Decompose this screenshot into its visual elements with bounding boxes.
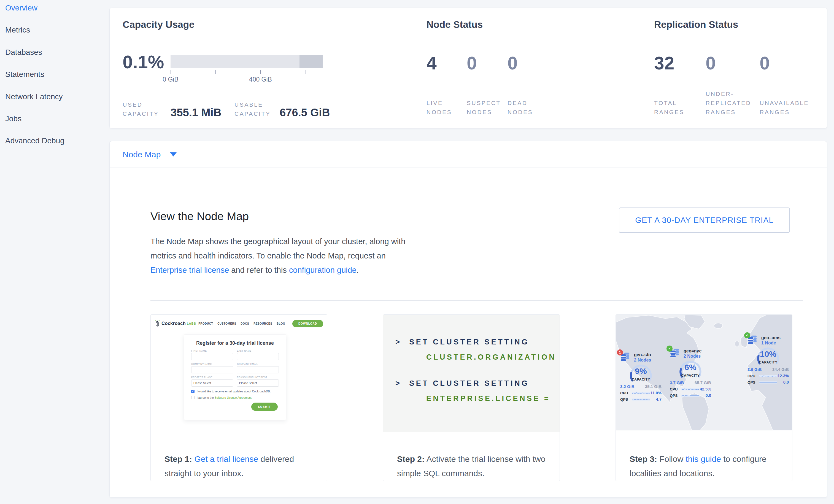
sidebar-nav: Overview Metrics Databases Statements Ne… — [0, 0, 109, 504]
company-name-field — [191, 366, 233, 373]
agreement-text: I agree to the — [197, 396, 215, 399]
license-agreement-label: I agree to the Software License Agreemen… — [197, 396, 253, 399]
capacity-tick — [171, 70, 171, 74]
capacity-label: CAPACITY — [678, 374, 703, 377]
nav-customers: CUSTOMERS — [217, 322, 236, 325]
company-email-field — [237, 366, 279, 373]
locality-ams: ✓ geo=ams 1 Node 10% CAPACITY — [747, 335, 789, 385]
project-phase-select: Please Select — [191, 379, 233, 387]
node-status-title: Node Status — [426, 19, 483, 30]
replication-status-title: Replication Status — [654, 19, 738, 30]
locality-name: geo=nyc — [684, 348, 701, 353]
locality-nodes: 1 Node — [761, 340, 781, 346]
step1-card: Cockroach LABS PRODUCT CUSTOMERS DOCS RE… — [150, 314, 327, 481]
cockroach-labs-logo: Cockroach LABS — [155, 320, 196, 327]
node-map-card: Node Map View the Node Map The Node Map … — [109, 141, 827, 498]
check-badge-icon: ✓ — [666, 346, 673, 352]
unavailable-ranges-value: 0 — [760, 52, 820, 73]
capacity-detail-row: USED CAPACITY 355.1 MiB USABLE CAPACITY … — [123, 100, 330, 118]
sidebar-item-metrics[interactable]: Metrics — [5, 26, 30, 35]
suspect-nodes-value: 0 — [467, 52, 507, 73]
capacity-tick-label-0: 0 GiB — [162, 76, 178, 83]
sidebar-item-statements[interactable]: Statements — [5, 70, 44, 79]
dead-nodes-value: 0 — [507, 52, 548, 73]
logo-labs-text: LABS — [187, 322, 196, 325]
sql-code-block: > SET CLUSTER SETTING CLUSTER.ORGANIZATI… — [383, 315, 559, 432]
cpu-value: 12.3% — [777, 374, 789, 378]
trial-license-form: Register for a 30-day trial license FIRS… — [184, 334, 286, 420]
company-email-label: COMPANY EMAIL — [237, 363, 279, 366]
step2-card: > SET CLUSTER SETTING CLUSTER.ORGANIZATI… — [383, 314, 560, 481]
description-text: and refer to this — [229, 266, 289, 275]
capacity-usage-group: Capacity Usage 0.1% 0 GiB 400 GiB USED C… — [123, 8, 415, 128]
email-updates-label: I would like to receive email updates ab… — [197, 390, 270, 393]
suspect-nodes-label: SUSPECT NODES — [467, 98, 507, 116]
software-license-agreement-link: Software License Agreement. — [215, 396, 253, 399]
node-map-description: The Node Map shows the geographical layo… — [150, 234, 423, 277]
capacity-tick-label-400: 400 GiB — [249, 76, 272, 83]
alert-badge-icon: 1 — [617, 349, 623, 355]
first-name-field — [191, 353, 233, 360]
qps-sparkline-icon — [759, 380, 777, 385]
step2-label: Step 2: — [397, 454, 424, 463]
license-agreement-checkbox — [191, 396, 195, 399]
cpu-sparkline-icon — [632, 391, 650, 395]
node-map-preview: 1 geo=sfo 2 Nodes 9% CAPACITY — [616, 315, 792, 431]
under-replicated-ranges-value: 0 — [706, 52, 760, 73]
caption-text: Follow — [657, 454, 685, 463]
locality-nodes: 2 Nodes — [684, 353, 701, 359]
sql-argument: CLUSTER.ORGANIZATION = — [426, 353, 559, 361]
trial-registration-screenshot: Cockroach LABS PRODUCT CUSTOMERS DOCS RE… — [151, 315, 327, 436]
view-selector-label: Node Map — [123, 150, 161, 159]
total-ranges-value: 32 — [654, 52, 706, 73]
project-phase-label: PROJECT PHASE — [191, 376, 233, 379]
used-capacity-label: USED CAPACITY — [123, 100, 164, 118]
cpu-value: 42.5% — [700, 387, 711, 391]
usable-capacity-label: USABLE CAPACITY — [235, 100, 273, 118]
live-nodes-label: LIVE NODES — [426, 98, 467, 116]
qps-value: 4.7 — [656, 397, 661, 401]
get-enterprise-trial-button[interactable]: GET A 30-DAY ENTERPRISE TRIAL — [619, 207, 790, 233]
step3-caption: Step 3: Follow this guide to configure l… — [630, 452, 782, 481]
live-nodes-value: 4 — [426, 52, 467, 73]
last-name-field — [237, 353, 279, 360]
locality-nyc: ✓ geo=nyc 2 Nodes 6% CAPACITY — [670, 348, 711, 398]
get-trial-license-link[interactable]: Get a trial license — [194, 454, 258, 463]
under-replicated-ranges-label: UNDER-REPLICATED RANGES — [706, 89, 760, 116]
capacity-usage-title: Capacity Usage — [123, 19, 195, 30]
reason-for-interest-label: REASON FOR INTEREST — [237, 376, 279, 379]
reason-for-interest-select: Please Select — [237, 379, 279, 387]
capacity-percent: 10% — [755, 349, 781, 359]
cpu-label: CPU — [670, 387, 681, 391]
sql-command: SET CLUSTER SETTING — [409, 338, 529, 346]
mini-site-nav: PRODUCT CUSTOMERS DOCS RESOURCES BLOG DO… — [198, 320, 323, 327]
sidebar-item-databases[interactable]: Databases — [5, 48, 42, 57]
nav-product: PRODUCT — [198, 322, 213, 325]
db-console-overview-page: Overview Metrics Databases Statements Ne… — [0, 0, 834, 504]
locality-nodes: 2 Nodes — [634, 357, 651, 363]
capacity-tick — [260, 70, 261, 74]
node-status-group: Node Status 4 0 0 LIVE NODES SUSPECT NOD… — [426, 8, 570, 128]
view-selector-dropdown[interactable]: Node Map — [110, 141, 827, 168]
description-text: . — [356, 266, 359, 275]
sidebar-item-overview[interactable]: Overview — [5, 4, 38, 13]
step2-caption: Step 2: Activate the trial license with … — [397, 452, 550, 481]
unavailable-ranges-label: UNAVAILABLE RANGES — [760, 98, 820, 116]
qps-value: 0.0 — [706, 393, 711, 398]
sql-command: SET CLUSTER SETTING — [409, 379, 529, 388]
qps-sparkline-icon — [681, 393, 700, 398]
first-name-label: FIRST NAME — [191, 349, 233, 352]
enterprise-trial-license-link[interactable]: Enterprise trial license — [150, 266, 229, 275]
configuration-guide-link[interactable]: configuration guide — [289, 266, 356, 275]
cpu-sparkline-icon — [681, 387, 700, 391]
sidebar-item-jobs[interactable]: Jobs — [5, 114, 21, 123]
this-guide-link[interactable]: this guide — [685, 454, 721, 463]
sql-prompt: > — [395, 379, 401, 388]
qps-sparkline-icon — [632, 397, 650, 401]
capacity-percent: 0.1% — [123, 51, 164, 72]
cpu-sparkline-icon — [759, 374, 777, 378]
sidebar-item-advanced-debug[interactable]: Advanced Debug — [5, 136, 64, 145]
company-name-label: COMPANY NAME — [191, 363, 233, 366]
sidebar-item-network-latency[interactable]: Network Latency — [5, 92, 63, 101]
locality-name: geo=sfo — [634, 352, 651, 357]
